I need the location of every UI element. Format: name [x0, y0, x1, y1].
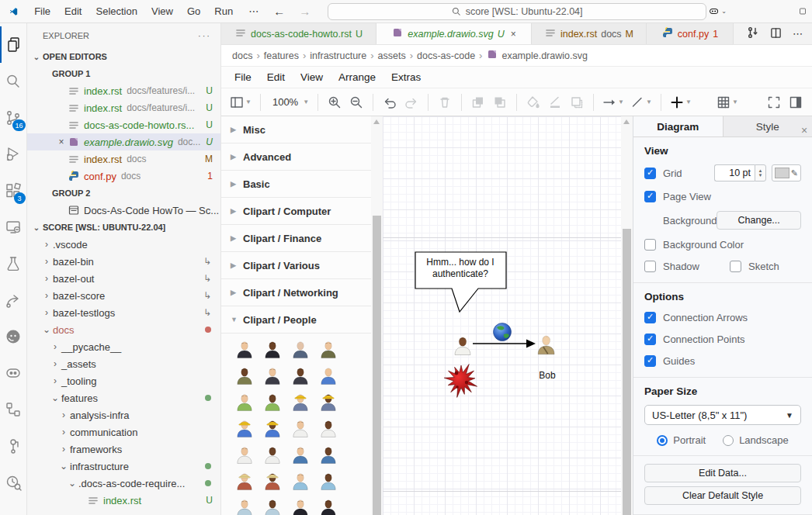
tree-item-bazeltestlogs[interactable]: ›bazel-testlogs↳	[27, 304, 220, 321]
person-shape-19[interactable]	[286, 445, 314, 472]
palette-scrollbar[interactable]	[371, 116, 383, 515]
menu-run[interactable]: Run	[207, 3, 240, 19]
open-editor-item[interactable]: index.rstdocs/features/i...U	[27, 82, 220, 99]
paper-size-select[interactable]: US-Letter (8,5" x 11") ▼	[644, 405, 801, 425]
breadcrumb-item[interactable]: docs	[232, 50, 252, 61]
person-shape-25[interactable]	[231, 498, 259, 515]
person-shape-28[interactable]	[314, 498, 342, 515]
grid-size-stepper[interactable]: ▲▼	[755, 164, 766, 181]
compare-changes-icon[interactable]	[747, 26, 759, 41]
editor-tab-indexrst[interactable]: index.rstdocsM	[532, 23, 647, 44]
tree-item-pycache[interactable]: ›__pycache__	[27, 338, 220, 355]
activity-remote-explorer-icon[interactable]	[0, 209, 27, 245]
canvas-scrollbar[interactable]	[621, 116, 633, 515]
background-color-checkbox[interactable]	[644, 239, 656, 251]
activity-copilot-chat-icon[interactable]	[0, 354, 27, 391]
open-editor-item[interactable]: index.rstdocs/features/i...U	[27, 99, 220, 116]
bob-label[interactable]: Bob	[530, 370, 564, 381]
portrait-radio[interactable]	[657, 435, 668, 446]
explorer-more-icon[interactable]: ···	[198, 31, 211, 40]
grid-color-picker[interactable]: ✎	[772, 164, 801, 181]
more-actions-icon[interactable]: ⋯	[793, 28, 803, 40]
person-shape-18[interactable]	[259, 445, 286, 472]
undo-icon[interactable]	[380, 92, 400, 112]
palette-section-advanced[interactable]: ▶Advanced	[221, 143, 371, 171]
drawio-menu-edit[interactable]: Edit	[260, 69, 292, 85]
page-view-checkbox[interactable]	[644, 191, 656, 202]
layout-panel-icon[interactable]	[800, 6, 806, 16]
person-shape-12[interactable]	[314, 392, 342, 419]
menu-go[interactable]: Go	[180, 3, 207, 19]
tree-item-tooling[interactable]: ›_tooling	[27, 372, 220, 389]
activity-github-icon[interactable]	[0, 318, 27, 354]
person-shape-20[interactable]	[314, 445, 342, 472]
person-shape-4[interactable]	[314, 340, 342, 366]
open-editors-header[interactable]: ⌄OPEN EDITORS	[27, 48, 220, 65]
open-editor-item[interactable]: index.rstdocsM	[27, 150, 220, 168]
tree-item-vscode[interactable]: ›.vscode	[27, 236, 220, 253]
tree-item-communication[interactable]: ›communication	[27, 423, 220, 441]
menu-more[interactable]: ⋯	[241, 3, 265, 19]
person-shape-17[interactable]	[231, 445, 259, 472]
menu-view[interactable]: View	[144, 3, 180, 19]
palette-section-misc[interactable]: ▶Misc	[221, 116, 371, 143]
person-shape-21[interactable]	[231, 472, 259, 498]
person-shape-13[interactable]	[231, 419, 259, 445]
tree-item-infrastructure[interactable]: ⌄infrastructure	[27, 458, 220, 475]
breadcrumb-item[interactable]: features	[264, 50, 299, 61]
activity-testing-icon[interactable]	[0, 245, 27, 282]
copilot-chevron-icon[interactable]: ⌄	[721, 8, 727, 15]
connection-arrow-icon[interactable]: ▼	[600, 92, 626, 112]
page-view-icon[interactable]: ▼	[227, 92, 254, 112]
breadcrumb-item[interactable]: docs-as-code	[417, 50, 475, 61]
person-shape-14[interactable]	[259, 419, 286, 445]
activity-live-share-icon[interactable]	[0, 282, 27, 318]
person-shape-15[interactable]	[286, 419, 314, 445]
tree-item-bazelout[interactable]: ›bazel-out↳	[27, 270, 220, 287]
menu-edit[interactable]: Edit	[57, 3, 88, 19]
zoom-in-icon[interactable]	[324, 92, 345, 112]
tab-style[interactable]: Style	[723, 116, 812, 137]
tab-diagram[interactable]: Diagram	[633, 116, 723, 137]
close-tab-icon[interactable]: ×	[511, 29, 516, 40]
breadcrumb[interactable]: docs›features›infrastructure›assets›docs…	[221, 45, 812, 66]
drawio-menu-arrange[interactable]: Arrange	[331, 69, 383, 85]
zoom-out-icon[interactable]	[346, 92, 366, 112]
tree-item-indexrst[interactable]: index.rstU	[27, 492, 220, 509]
edit-data-button[interactable]: Edit Data...	[644, 464, 801, 482]
grid-checkbox[interactable]	[644, 168, 656, 179]
editor-tab-docsascodehowtorst[interactable]: docs-as-code-howto.rstU	[221, 23, 377, 44]
editor-tab-exampledrawiosvg[interactable]: example.drawio.svgU×	[377, 23, 532, 44]
drawio-menu-extras[interactable]: Extras	[384, 69, 428, 85]
insert-icon[interactable]: ▼	[668, 92, 694, 112]
palette-section-clipartcomputer[interactable]: ▶Clipart / Computer	[221, 198, 371, 225]
person-shape-6[interactable]	[259, 366, 286, 392]
guides-checkbox[interactable]	[644, 355, 656, 367]
person-shape-11[interactable]	[286, 392, 314, 419]
person-shape-5[interactable]	[231, 366, 259, 392]
activity-hierarchy-icon[interactable]	[0, 391, 27, 427]
grid-size-input[interactable]: 10 pt	[714, 164, 755, 181]
person-shape-2[interactable]	[259, 340, 286, 366]
connection-arrows-checkbox[interactable]	[644, 312, 656, 323]
palette-section-basic[interactable]: ▶Basic	[221, 171, 371, 198]
command-search-input[interactable]: score [WSL: Ubuntu-22.04]	[328, 3, 706, 20]
person-shape-1[interactable]	[231, 340, 259, 366]
activity-run-debug-icon[interactable]	[0, 136, 27, 172]
close-panel-icon[interactable]: ×	[801, 124, 812, 137]
tree-item-bazelscore[interactable]: ›bazel-score↳	[27, 287, 220, 304]
split-editor-icon[interactable]	[770, 27, 782, 41]
tree-item-features[interactable]: ⌄features	[27, 389, 220, 406]
nav-back-icon[interactable]: ←	[267, 5, 291, 18]
fullscreen-icon[interactable]	[764, 92, 784, 112]
zoom-label-dropdown[interactable]: 100%▼	[267, 92, 311, 112]
palette-section-clipartvarious[interactable]: ▶Clipart / Various	[221, 252, 371, 279]
person-shape-23[interactable]	[286, 472, 314, 498]
person-shape-16[interactable]	[314, 419, 342, 445]
callout-text[interactable]: Hmm... how do I authenticate?	[417, 257, 504, 280]
person-shape-3[interactable]	[286, 340, 314, 366]
breadcrumb-file[interactable]: example.drawio.svg	[501, 50, 587, 61]
drawio-menu-view[interactable]: View	[293, 69, 330, 85]
person-shape-26[interactable]	[259, 498, 286, 515]
person-shape-9[interactable]	[231, 392, 259, 419]
